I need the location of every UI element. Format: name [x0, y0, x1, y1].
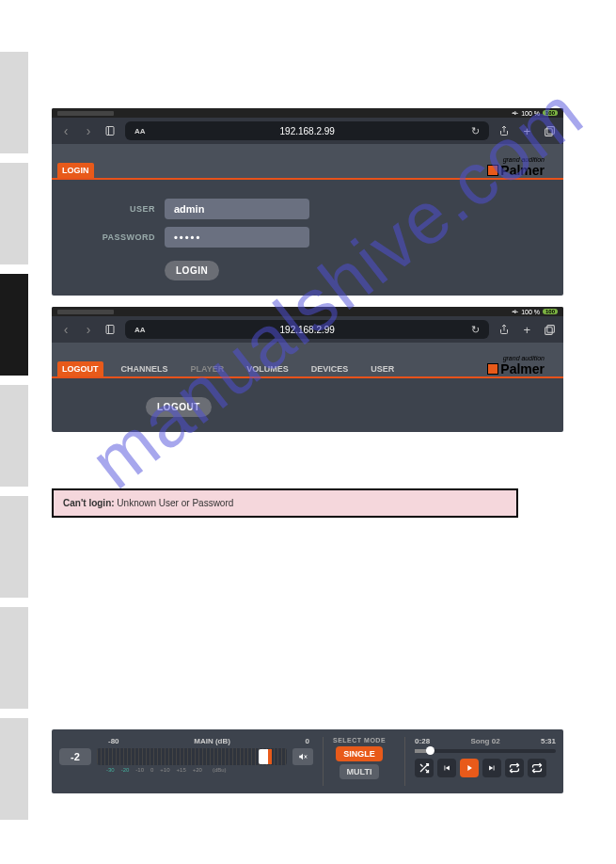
battery-icon: 100 [543, 309, 558, 314]
player-bar: -80 MAIN (dB) 0 -2 -30 -20 -10 0 +10 +15… [52, 729, 563, 793]
share-icon[interactable] [498, 124, 510, 137]
vol-max: 0 [306, 737, 309, 745]
ios-status-bar: ⬲ 100 % 100 [52, 307, 563, 316]
address-bar[interactable]: AA 192.168.2.99 ↻ [125, 121, 489, 140]
tab-login[interactable]: LOGIN [57, 163, 94, 178]
url-text: 192.168.2.99 [280, 325, 335, 335]
forward-button[interactable]: › [82, 123, 95, 138]
share-icon[interactable] [498, 323, 510, 336]
app-header: grand audition Palmer LOGOUT CHANNELS PL… [52, 343, 563, 376]
mute-button[interactable] [292, 748, 313, 765]
battery-pct: 100 % [521, 110, 540, 117]
login-screenshot: ⬲ 100 % 100 ‹ › AA 192.168.2.99 ↻ + gran… [52, 108, 563, 296]
ios-status-bar: ⬲ 100 % 100 [52, 108, 563, 118]
new-tab-icon[interactable]: + [523, 323, 530, 337]
login-button[interactable]: LOGIN [165, 261, 219, 280]
volume-section: -80 MAIN (dB) 0 -2 -30 -20 -10 0 +10 +15… [59, 737, 313, 786]
tab-user[interactable]: USER [366, 361, 399, 376]
svg-rect-1 [547, 126, 555, 134]
error-text: Unknown User or Password [115, 498, 234, 508]
slider-handle[interactable] [259, 749, 272, 764]
svg-rect-5 [545, 327, 553, 334]
sidebar-block [0, 718, 28, 820]
mode-multi-button[interactable]: MULTI [340, 764, 380, 779]
password-label: PASSWORD [71, 232, 155, 242]
user-label: USER [71, 204, 155, 214]
brand-logo: grand audition Palmer [487, 156, 545, 178]
left-sidebar [0, 52, 28, 864]
wifi-icon: ⬲ [512, 110, 518, 117]
battery-pct: 100 % [521, 309, 540, 315]
tab-logout[interactable]: LOGOUT [57, 361, 103, 376]
sidebar-block [0, 52, 28, 153]
wifi-icon: ⬲ [512, 309, 518, 315]
tab-player[interactable]: PLAYER [186, 361, 229, 376]
logout-button[interactable]: LOGOUT [146, 397, 212, 417]
browser-toolbar: ‹ › AA 192.168.2.99 ↻ + [52, 316, 563, 343]
svg-rect-2 [545, 128, 553, 136]
repeat-all-button[interactable] [528, 759, 546, 777]
sidebar-block [0, 496, 28, 598]
nav-tabs: LOGOUT CHANNELS PLAYER VOLUMES DEVICES U… [57, 361, 399, 376]
sidebar-block-active [0, 274, 28, 376]
login-error-message: Can't login: Unknown User or Password [52, 488, 518, 518]
back-button[interactable]: ‹ [59, 322, 72, 337]
tab-devices[interactable]: DEVICES [307, 361, 354, 376]
svg-rect-3 [106, 326, 114, 334]
volume-slider[interactable] [97, 748, 287, 765]
shuffle-button[interactable] [415, 759, 434, 777]
mode-single-button[interactable]: SINGLE [336, 746, 383, 761]
svg-rect-4 [547, 325, 555, 332]
browser-toolbar: ‹ › AA 192.168.2.99 ↻ + [52, 118, 563, 144]
reload-icon[interactable]: ↻ [471, 324, 480, 336]
bookmarks-icon[interactable] [104, 125, 116, 136]
prev-button[interactable] [437, 759, 456, 777]
vol-title: MAIN (dB) [194, 737, 230, 745]
sidebar-block [0, 163, 28, 264]
progress-handle[interactable] [426, 746, 434, 755]
volume-scale: -30 -20 -10 0 +10 +15 +20 (dBu) [59, 767, 313, 773]
volume-value: -2 [59, 748, 91, 765]
text-size-icon[interactable]: AA [134, 127, 146, 136]
address-bar[interactable]: AA 192.168.2.99 ↻ [125, 320, 489, 339]
progress-bar[interactable] [415, 749, 556, 753]
back-button[interactable]: ‹ [59, 123, 72, 138]
tabs-icon[interactable] [544, 125, 556, 137]
track-name: Song 02 [470, 737, 499, 745]
password-input[interactable] [165, 227, 309, 248]
tab-channels[interactable]: CHANNELS [117, 361, 173, 376]
sidebar-block [0, 607, 28, 709]
text-size-icon[interactable]: AA [134, 326, 146, 334]
bookmarks-icon[interactable] [104, 324, 116, 335]
mode-title: SELECT MODE [333, 737, 386, 744]
battery-icon: 100 [543, 110, 558, 116]
tabs-icon[interactable] [544, 324, 556, 336]
logout-screenshot: ⬲ 100 % 100 ‹ › AA 192.168.2.99 ↻ + gran… [52, 307, 563, 432]
reload-icon[interactable]: ↻ [471, 125, 480, 137]
mode-section: SELECT MODE SINGLE MULTI [323, 737, 395, 786]
error-title: Can't login: [63, 498, 115, 508]
elapsed-time: 0:28 [415, 737, 430, 745]
vol-min: -80 [108, 737, 119, 745]
forward-button[interactable]: › [82, 322, 95, 337]
total-time: 5:31 [541, 737, 556, 745]
playback-section: 0:28 Song 02 5:31 [404, 737, 556, 786]
play-button[interactable] [460, 759, 479, 777]
url-text: 192.168.2.99 [280, 126, 335, 136]
repeat-one-button[interactable] [505, 759, 524, 777]
user-input[interactable] [165, 199, 309, 219]
new-tab-icon[interactable]: + [523, 124, 530, 138]
svg-rect-0 [106, 127, 114, 136]
login-form: USER PASSWORD LOGIN [52, 180, 563, 296]
brand-logo: grand audition Palmer [487, 355, 545, 376]
sidebar-block [0, 385, 28, 487]
app-header: grand audition Palmer LOGIN [52, 144, 563, 178]
tab-volumes[interactable]: VOLUMES [242, 361, 293, 376]
next-button[interactable] [482, 759, 501, 777]
